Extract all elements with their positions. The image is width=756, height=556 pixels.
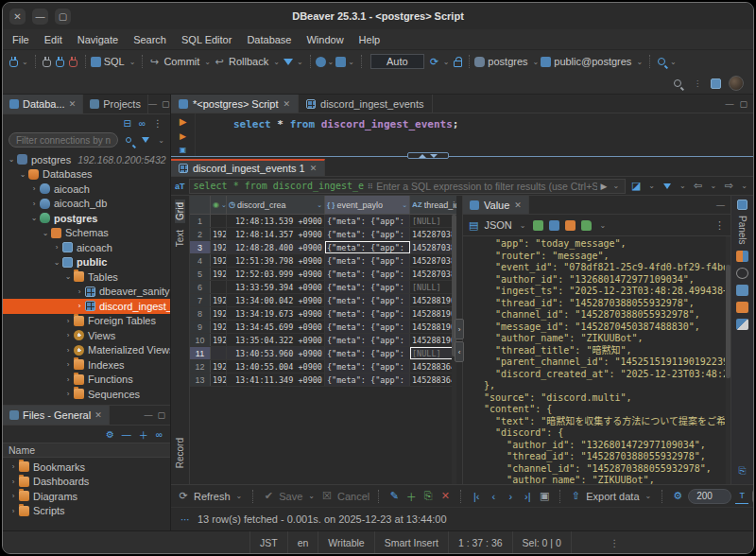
files-link-icon[interactable]: ∞ (156, 429, 163, 440)
prev-row-icon[interactable]: ‹ (487, 489, 500, 504)
cell-cut-column[interactable]: 1922 (211, 360, 227, 373)
value-format-selector[interactable]: JSON (484, 219, 511, 231)
tab-sql-script[interactable]: *<postgres> Script ✕ (171, 95, 299, 113)
statusbar-insert-mode[interactable]: Smart Insert (375, 531, 449, 553)
value-menu-icon[interactable]: ⋮ (714, 219, 725, 232)
connection-chevron-icon[interactable]: ⌄ (533, 58, 540, 66)
connection-selector[interactable]: postgres (488, 56, 527, 67)
chevron-right-icon[interactable]: › (63, 331, 73, 339)
row-number[interactable]: 6 (190, 281, 211, 293)
menu-file[interactable]: File (12, 34, 29, 45)
filter-expand-icon[interactable]: ⁝⁝ (368, 182, 372, 190)
isolation-icon[interactable] (335, 57, 346, 67)
editor-results-splitter[interactable] (171, 156, 753, 159)
chevron-right-icon[interactable]: › (52, 243, 61, 252)
filter-expression-input[interactable] (376, 181, 596, 192)
cell-discord-created[interactable]: 12:52:03.999 +0900 (227, 268, 325, 280)
cell-thread-id[interactable]: 14528819050066780 (410, 334, 456, 346)
new-connection-icon[interactable] (7, 54, 20, 69)
row-number[interactable]: 5 (190, 268, 211, 280)
cell-thread-id[interactable]: 14528836438225102 (410, 360, 456, 373)
tx-mode-chevron-icon[interactable]: ⌄ (328, 58, 335, 66)
tab-record-mode[interactable]: Record (175, 435, 185, 471)
sort-icon[interactable]: ⌄ (402, 201, 407, 209)
cell-cut-column[interactable] (211, 281, 227, 293)
files-maximize-icon[interactable]: ▢ (157, 410, 165, 420)
calc-panel-icon[interactable] (736, 268, 748, 279)
value-scrollbar-thumb[interactable] (726, 265, 730, 378)
cell-discord-created[interactable]: 13:35:04.322 +0900 (227, 334, 325, 346)
fetch-all-icon[interactable]: T (735, 489, 748, 504)
filter-expression-box[interactable]: select * from discord_ingest_e ⁝⁝ ▶ ⌄ (189, 179, 627, 194)
filter-history-chevron-icon[interactable]: ⌄ (612, 182, 619, 190)
files-item-diagrams[interactable]: ›Diagrams (3, 489, 170, 504)
load-from-file-icon[interactable] (565, 220, 576, 231)
export-chevron-icon[interactable]: ⌄ (645, 492, 652, 500)
cell-discord-created[interactable]: 13:34:45.699 +0900 (227, 321, 325, 333)
cell-event-payload[interactable]: {"meta": {"app": " (325, 334, 410, 346)
files-item-scripts[interactable]: ›Scripts (3, 504, 170, 519)
save-to-file-icon[interactable] (581, 220, 592, 231)
row-number[interactable]: 13 (190, 374, 211, 386)
sql-editor-label[interactable]: SQL (104, 56, 125, 67)
delete-row-icon[interactable]: ✕ (438, 489, 452, 504)
add-row-icon[interactable]: ＋ (404, 489, 418, 504)
search-icon[interactable] (655, 54, 668, 69)
cell-cut-column[interactable]: 1922 (211, 374, 227, 386)
cell-thread-id[interactable]: 14528703880559329 (410, 254, 456, 267)
cell-thread-id[interactable]: [NULL] (410, 215, 456, 227)
row-number[interactable]: 3 (190, 241, 211, 253)
cell-thread-id[interactable]: 14528703880559329 (410, 228, 456, 240)
cell-cut-column[interactable]: 1922 (211, 228, 227, 240)
splitter-handle[interactable] (407, 152, 449, 159)
cell-thread-id[interactable]: [NULL] (410, 347, 456, 359)
auto-commit-button[interactable]: Auto (370, 54, 424, 69)
statusbar-selection[interactable]: Sel: 0 | 0 (513, 531, 572, 553)
value-format-chevron-icon[interactable]: ⌄ (520, 221, 526, 230)
chevron-right-icon[interactable]: › (9, 507, 18, 515)
filters-menu-icon[interactable] (661, 179, 674, 194)
cell-event-payload[interactable]: {"meta": {"app": " (325, 254, 410, 267)
history-icon[interactable]: ⟳ (428, 54, 441, 69)
tree-item-sequences[interactable]: ›Sequences (3, 387, 170, 402)
commit-icon[interactable]: ↪ (147, 54, 161, 69)
collapse-all-icon[interactable]: ⊟ (123, 118, 130, 129)
aggregate-panel-icon[interactable] (736, 302, 748, 313)
cell-discord-created[interactable]: 13:33:59.394 +0900 (227, 281, 325, 293)
refresh-chevron-icon[interactable]: ⌄ (236, 492, 243, 500)
json-content[interactable]: "app": "today_message", "router": "messa… (472, 238, 725, 484)
cell-cut-column[interactable]: 1922 (211, 307, 227, 320)
search-chevron-icon[interactable]: ⌄ (670, 58, 677, 66)
cell-event-payload[interactable]: {"meta": {"app": " (325, 374, 410, 386)
cell-discord-created[interactable]: 13:40:55.004 +0900 (227, 360, 325, 373)
cell-cut-column[interactable]: 1922 (211, 321, 227, 333)
transaction-filter-chevron-icon[interactable]: ⌄ (297, 58, 303, 66)
cell-cut-column[interactable] (211, 347, 227, 359)
import-value-icon[interactable] (533, 220, 543, 231)
minimize-panel-icon[interactable]: — (148, 99, 157, 109)
close-navigator-tab-icon[interactable]: ✕ (69, 99, 77, 109)
menu-help[interactable]: Help (359, 34, 381, 45)
close-script-tab-icon[interactable]: ✕ (284, 99, 291, 109)
chevron-right-icon[interactable]: › (63, 390, 73, 398)
chevron-down-icon[interactable]: ⌄ (63, 272, 73, 281)
tree-item-databases[interactable]: ⌄Databases (3, 167, 170, 182)
sql-editor[interactable]: ▶ ▶ ▣ select * from discord_ingest_event… (171, 113, 753, 156)
cell-event-payload[interactable]: {"meta": {"app": " (325, 347, 410, 359)
cell-event-payload[interactable]: {"meta": {"app": " (325, 281, 410, 293)
chevron-right-icon[interactable]: › (29, 200, 39, 208)
column-header-thread-id[interactable]: AZ thread_id ⌄ (410, 196, 456, 214)
tree-item-foreign-tables[interactable]: ›Foreign Tables (3, 314, 170, 329)
new-connection-chevron-icon[interactable]: ⌄ (22, 58, 28, 66)
fetch-size-input[interactable] (688, 489, 731, 504)
chevron-down-icon[interactable]: ⌄ (18, 170, 27, 179)
clear-filter-chevron-icon[interactable]: ⌄ (648, 182, 655, 190)
save-chevron2-icon[interactable]: ⌄ (308, 492, 315, 500)
tab-table-editor[interactable]: discord_ingest_events (299, 95, 432, 113)
tree-item-materialized-views[interactable]: ›Materialized Views (3, 343, 170, 358)
status-detail-icon[interactable]: ⋯ (180, 514, 190, 525)
files-expand-icon[interactable]: ＋ (139, 427, 148, 442)
next-row-icon[interactable]: › (504, 489, 517, 504)
sort-icon[interactable]: ⌄ (317, 201, 322, 209)
tab-grid-view[interactable]: Grid (175, 200, 185, 223)
